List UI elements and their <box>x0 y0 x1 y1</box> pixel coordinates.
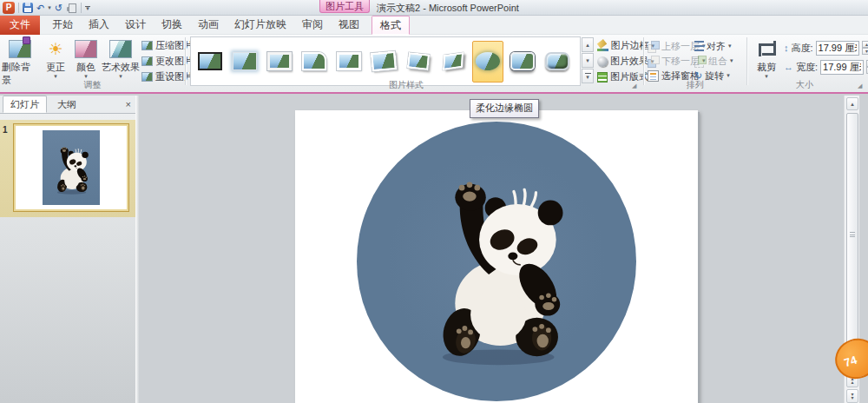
size-dialog-launcher[interactable]: ◢ <box>858 83 862 89</box>
save-icon[interactable] <box>23 3 33 13</box>
picture-style-simple-black-frame[interactable] <box>194 41 226 83</box>
tab-transitions[interactable]: 切换 <box>154 16 190 35</box>
size-group-label: 大小 <box>748 79 861 91</box>
picture-style-soft-edge-oval-hovered[interactable] <box>472 41 503 83</box>
align-button[interactable]: 对齐 ▾ <box>694 39 745 53</box>
close-pane-icon[interactable]: × <box>126 99 131 109</box>
picture-styles-dialog-launcher[interactable]: ◢ <box>632 83 636 89</box>
powerpoint-app-icon[interactable]: P <box>3 2 15 14</box>
picture-style-simple-white-frame[interactable] <box>333 41 365 83</box>
customize-qat-menu-icon[interactable]: ▾ <box>85 6 90 10</box>
window-title: 演示文稿2 - Microsoft PowerPoint <box>377 2 519 15</box>
panda-picture-thumbnail <box>43 130 100 205</box>
picture-styles-group-label: 图片样式 <box>187 79 626 91</box>
crop-icon <box>757 39 776 58</box>
picture-style-tilted-perspective[interactable] <box>403 41 434 83</box>
picture-style-metal-frame[interactable] <box>264 41 295 83</box>
tab-animations[interactable]: 动画 <box>190 16 227 35</box>
tab-home[interactable]: 开始 <box>44 16 81 35</box>
picture-border-button[interactable]: 图片边框 ▾ <box>597 38 654 53</box>
group-separator <box>643 37 644 85</box>
quick-access-toolbar: P ↶ ▾ ↺ ▾ <box>3 1 90 15</box>
panda-picture <box>400 151 593 373</box>
ribbon-tab-row: 文件 开始 插入 设计 切换 动画 幻灯片放映 审阅 视图 格式 <box>0 16 868 35</box>
color-icon <box>75 40 97 58</box>
tab-file[interactable]: 文件 <box>0 16 40 35</box>
compress-picture-icon <box>141 41 153 50</box>
redo-icon[interactable]: ↺ <box>55 2 62 14</box>
gallery-scroll-up-button[interactable]: ▴ <box>582 37 594 52</box>
height-label: 高度: <box>792 42 813 55</box>
remove-background-marker-icon <box>23 36 30 44</box>
slide-canvas <box>139 96 844 403</box>
print-preview-icon[interactable] <box>66 3 77 13</box>
picture-soft-edge-oval-preview[interactable] <box>357 122 636 401</box>
picture-effects-icon <box>597 56 608 67</box>
style-tooltip: 柔化边缘椭圆 <box>470 99 539 118</box>
tab-view[interactable]: 视图 <box>331 16 367 35</box>
send-backward-icon <box>648 56 659 67</box>
picture-style-bevel-rectangle[interactable] <box>542 41 573 83</box>
height-row: ↕ 高度: ▴▾ <box>784 40 868 56</box>
picture-style-soft-edge[interactable] <box>229 41 260 83</box>
tab-format[interactable]: 格式 <box>372 16 410 35</box>
divider <box>18 3 19 13</box>
slide-number: 1 <box>3 125 8 135</box>
align-icon <box>694 41 704 51</box>
height-icon: ↕ <box>784 43 789 53</box>
bring-forward-icon <box>648 41 659 52</box>
group-separator <box>185 37 186 85</box>
slide[interactable] <box>295 110 698 403</box>
picture-style-relaxed-perspective[interactable] <box>437 41 469 83</box>
divider <box>81 3 82 13</box>
change-picture-button[interactable]: 更改图片 <box>141 54 194 68</box>
arrange-group-label: 排列 <box>644 79 746 91</box>
height-stepper[interactable]: ▴▾ <box>862 41 868 55</box>
adjust-group-label: 调整 <box>0 79 185 91</box>
tab-design[interactable]: 设计 <box>117 16 154 35</box>
change-picture-icon <box>141 56 153 66</box>
undo-icon[interactable]: ↶ <box>36 2 44 14</box>
tab-slideshow[interactable]: 幻灯片放映 <box>227 16 294 35</box>
height-field[interactable] <box>816 41 859 56</box>
width-row: ↔ 宽度: ▴▾ <box>784 59 868 75</box>
ribbon: 删除背景 ☀ 更正 ▾ 颜色 ▾ 艺术效果 ▾ 压缩图片 更改图片 重设图片 ▾… <box>0 35 868 94</box>
picture-style-snip-corner[interactable] <box>299 41 330 83</box>
sun-icon: ☀ <box>48 36 62 61</box>
width-label: 宽度: <box>796 61 818 74</box>
undo-caret-icon[interactable]: ▾ <box>48 4 51 11</box>
tab-insert[interactable]: 插入 <box>81 16 117 35</box>
outline-tab[interactable]: 大纲 <box>49 96 84 113</box>
compress-picture-button[interactable]: 压缩图片 <box>141 38 194 52</box>
picture-border-icon <box>597 41 608 51</box>
picture-effects-button[interactable]: 图片效果 ▾ <box>597 54 654 69</box>
artistic-effects-icon <box>109 40 132 58</box>
picture-style-rounded-reflected[interactable] <box>507 41 538 83</box>
width-icon: ↔ <box>784 62 793 72</box>
picture-tools-contextual-label: 图片工具 <box>319 0 370 13</box>
picture-style-rotated-white[interactable] <box>368 41 399 83</box>
next-slide-button[interactable]: ▾▾ <box>846 389 858 403</box>
slide-thumbnail[interactable] <box>13 123 129 212</box>
width-field[interactable] <box>820 60 864 75</box>
slides-panel: 幻灯片 大纲 × 1 <box>0 96 135 403</box>
group-button: 组合 ▾ <box>694 54 745 68</box>
group-separator <box>746 37 747 85</box>
scrollbar-thumb[interactable] <box>846 113 858 354</box>
gallery-scroll-down-button[interactable]: ▾ <box>582 53 594 68</box>
tab-review[interactable]: 审阅 <box>294 16 331 35</box>
panel-tab-bar: 幻灯片 大纲 × <box>0 96 135 114</box>
title-bar: P ↶ ▾ ↺ ▾ 图片工具 演示文稿2 - Microsoft PowerPo… <box>0 0 868 16</box>
slides-tab[interactable]: 幻灯片 <box>3 96 47 113</box>
group-objects-icon <box>694 56 706 67</box>
scroll-up-icon[interactable]: ▴ <box>846 97 858 110</box>
